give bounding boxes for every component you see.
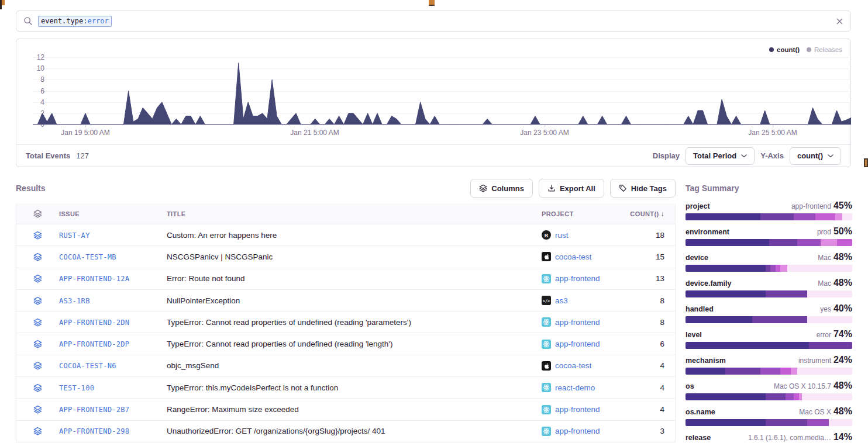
issue-title: Custom: An error happens here (167, 231, 542, 240)
tag-top-percent: 45% (833, 200, 852, 211)
column-header-title[interactable]: TITLE (167, 210, 542, 217)
tag-top-percent: 74% (833, 329, 852, 340)
issue-title: RangeError: Maximum size exceeded (167, 405, 542, 414)
export-all-button[interactable]: Export All (539, 179, 604, 198)
tag-item: project app-frontend 45% (686, 200, 852, 220)
search-query-token[interactable]: event.type:error (38, 16, 112, 27)
svg-text:</>: </> (543, 299, 550, 303)
tag-bar-segment (794, 393, 799, 400)
tag-bar-segment (797, 239, 821, 246)
tag-item: device.family Mac 48% (686, 278, 852, 297)
project-link[interactable]: app-frontend (555, 427, 600, 435)
table-row: APP-FRONTEND-298 UnauthorizedError: GET … (16, 421, 675, 442)
column-header-issue[interactable]: ISSUE (59, 210, 167, 217)
tag-item: handled yes 40% (686, 303, 852, 323)
hide-tags-button[interactable]: Hide Tags (610, 179, 676, 198)
tag-name: project (686, 202, 710, 210)
window-edge-artifact (429, 0, 435, 6)
search-bar[interactable]: event.type:error (16, 11, 851, 32)
issue-id-link[interactable]: AS3-1RB (59, 297, 90, 305)
tag-top-percent: 48% (833, 380, 852, 391)
tag-bar-segment (766, 419, 807, 426)
legend-count[interactable]: count() (769, 46, 800, 53)
count-value: 6 (621, 340, 675, 348)
x-axis-tick-label: Jan 19 5:00 AM (44, 129, 126, 137)
issues-stack-icon (16, 209, 59, 218)
project-link[interactable]: as3 (555, 296, 568, 305)
total-events-value: 127 (76, 151, 89, 160)
column-header-count[interactable]: COUNT()↓ (621, 210, 675, 218)
tag-bar-segment (769, 239, 797, 246)
issue-id-link[interactable]: APP-FRONTEND-2DN (59, 319, 129, 327)
legend-releases-label: Releases (814, 46, 842, 53)
issue-id-link[interactable]: APP-FRONTEND-2B7 (59, 406, 129, 414)
count-value: 8 (621, 318, 675, 327)
tag-top-value: Mac OS X (799, 408, 831, 416)
tag-distribution-bar[interactable] (686, 316, 852, 323)
issue-id-link[interactable]: COCOA-TEST-MB (59, 253, 116, 261)
table-row: RUST-AY Custom: An error happens here R … (16, 224, 675, 246)
tag-distribution-bar[interactable] (686, 419, 852, 426)
tag-distribution-bar[interactable] (686, 342, 852, 349)
x-axis-tick-label: Jan 25 5:00 AM (732, 129, 814, 137)
issue-id-link[interactable]: APP-FRONTEND-2DP (59, 340, 129, 348)
chevron-down-icon (741, 154, 747, 158)
issue-id-link[interactable]: TEST-100 (59, 384, 94, 392)
tag-bar-segment (780, 368, 790, 375)
tag-bar-segment (770, 265, 776, 272)
tag-distribution-bar[interactable] (686, 265, 852, 272)
tag-distribution-bar[interactable] (686, 213, 852, 220)
chevron-down-icon (828, 154, 833, 158)
issue-id-link[interactable]: APP-FRONTEND-298 (59, 427, 129, 435)
tag-name: os.name (686, 408, 715, 416)
tag-top-value: 1.6.1 (1.6.1), com.media… (748, 434, 831, 442)
project-link[interactable]: cocoa-test (555, 252, 591, 261)
tag-distribution-bar[interactable] (686, 290, 852, 297)
tag-bar-segment (686, 265, 766, 272)
count-value: 4 (621, 405, 675, 414)
tag-top-value: error (817, 331, 831, 339)
svg-text:R: R (545, 233, 549, 238)
window-edge-artifact (2, 0, 5, 5)
issue-id-link[interactable]: RUST-AY (59, 231, 90, 240)
tag-distribution-bar[interactable] (686, 239, 852, 246)
search-query-value: error (87, 17, 108, 25)
project-link[interactable]: cocoa-test (555, 361, 591, 370)
sort-desc-arrow-icon: ↓ (661, 210, 664, 218)
legend-releases[interactable]: Releases (807, 46, 842, 53)
issue-title: objc_msgSend (167, 361, 542, 370)
project-link[interactable]: rust (555, 231, 569, 240)
columns-button[interactable]: Columns (470, 179, 533, 198)
tag-bar-segment (786, 393, 794, 400)
issues-stack-icon (16, 383, 59, 392)
issues-stack-icon (16, 318, 59, 327)
tag-bar-segment (776, 265, 781, 272)
tag-bar-segment (686, 342, 809, 349)
tag-distribution-bar[interactable] (686, 368, 852, 375)
issue-title: TypeError: Cannot read properties of und… (167, 318, 542, 327)
project-link[interactable]: app-frontend (555, 274, 600, 283)
tag-name: mechanism (686, 357, 726, 365)
count-dot-icon (769, 47, 774, 52)
tag-top-value: app-frontend (791, 202, 831, 210)
tag-distribution-bar[interactable] (686, 393, 852, 400)
table-row: COCOA-TEST-MB NSCGSPanicv | NSCGSPanic c… (16, 246, 675, 268)
yaxis-dropdown[interactable]: count() (790, 147, 841, 165)
column-header-project[interactable]: PROJECT (542, 210, 621, 217)
x-axis-tick (315, 125, 315, 127)
issue-id-link[interactable]: APP-FRONTEND-12A (59, 275, 129, 283)
issue-id-link[interactable]: COCOA-TEST-N6 (59, 362, 116, 370)
project-link[interactable]: app-frontend (555, 405, 600, 414)
x-axis-tick-label: Jan 21 5:00 AM (274, 129, 356, 137)
tag-bar-segment (760, 213, 794, 220)
tag-item: environment prod 50% (686, 226, 852, 246)
tag-item: os.name Mac OS X 48% (686, 406, 852, 426)
search-clear-icon[interactable] (836, 18, 843, 25)
issues-stack-icon (16, 405, 59, 414)
display-dropdown[interactable]: Total Period (686, 147, 755, 165)
project-link[interactable]: app-frontend (555, 340, 600, 348)
tag-bar-segment (780, 265, 787, 272)
tag-top-value: yes (820, 305, 831, 313)
project-link[interactable]: app-frontend (555, 318, 600, 327)
project-link[interactable]: react-demo (555, 383, 595, 392)
